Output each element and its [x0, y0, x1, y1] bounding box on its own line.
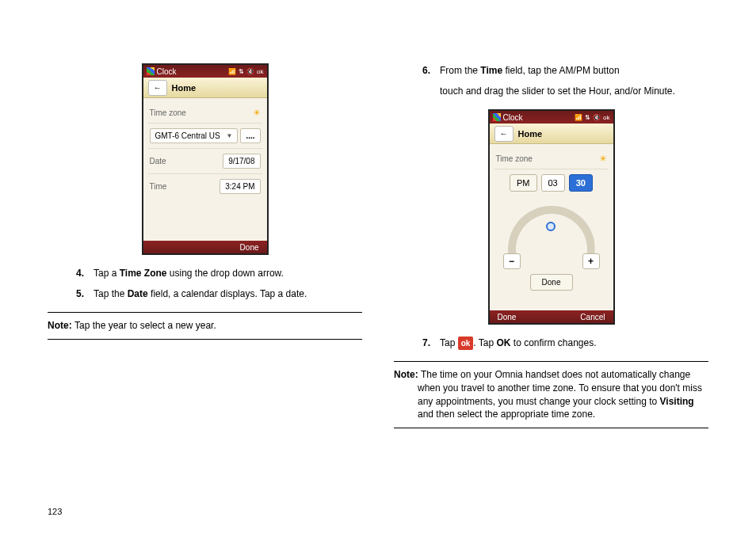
step-text: Tap the Date field, a calendar displays.… — [94, 287, 307, 301]
date-label: Date — [150, 157, 166, 165]
increment-button[interactable]: + — [582, 253, 600, 269]
dial-handle[interactable] — [546, 222, 556, 231]
footer-bar: Done — [143, 241, 267, 253]
signal-icon: 📶 — [575, 114, 582, 121]
step-number: 7. — [418, 336, 430, 350]
step-text: From the Time field, tap the AM/PM butto… — [440, 63, 620, 78]
note-label: Note: — [48, 320, 74, 331]
footer-done-button[interactable]: Done — [240, 243, 259, 251]
sound-icon: 🔇 — [246, 68, 254, 75]
status-bar: Clock 📶 ⇅ 🔇 ok — [490, 111, 613, 124]
time-boxes: PM 03 30 — [494, 174, 609, 192]
phone-screenshot-1: Clock 📶 ⇅ 🔇 ok ← Home Time zone ☀ — [142, 63, 269, 255]
chevron-down-icon: ▼ — [226, 132, 232, 139]
status-title: Clock — [503, 113, 523, 122]
left-column: Clock 📶 ⇅ 🔇 ok ← Home Time zone ☀ — [48, 63, 362, 516]
date-field[interactable]: 9/17/08 — [223, 154, 260, 169]
step-5: 5. Tap the Date field, a calendar displa… — [71, 287, 362, 301]
right-note: Note: The time on your Omnia handset doe… — [394, 361, 708, 428]
footer-bar: Done Cancel — [490, 310, 613, 323]
screenshot-2-container: Clock 📶 ⇅ 🔇 ok ← Home Time zone ☀ — [394, 109, 708, 325]
timezone-label: Time zone — [150, 108, 186, 117]
step-number: 6. — [418, 63, 430, 78]
header-bar: ← Home — [143, 78, 267, 98]
screenshot-1-container: Clock 📶 ⇅ 🔇 ok ← Home Time zone ☀ — [48, 63, 362, 255]
clock-form: Time zone ☀ GMT-6 Central US ▼ .... Date… — [143, 98, 267, 241]
step-number: 5. — [71, 287, 84, 301]
ok-badge-icon: ok — [458, 337, 474, 350]
footer-cancel-button[interactable]: Cancel — [580, 313, 605, 321]
sun-icon: ☀ — [599, 154, 607, 164]
note-label: Note: — [394, 369, 421, 380]
right-steps-top: 6. From the Time field, tap the AM/PM bu… — [418, 63, 708, 98]
note-bold: Visiting — [660, 396, 694, 407]
page-number: 123 — [48, 507, 62, 516]
hour-field[interactable]: 03 — [541, 174, 565, 192]
sync-icon: ⇅ — [239, 68, 244, 75]
back-button[interactable]: ← — [148, 80, 167, 96]
windows-flag-icon — [493, 113, 501, 121]
status-icons: 📶 ⇅ 🔇 ok — [228, 68, 263, 75]
timezone-more-button[interactable]: .... — [240, 128, 260, 143]
ok-icon[interactable]: ok — [257, 68, 263, 75]
sync-icon: ⇅ — [585, 114, 590, 121]
header-title: Home — [518, 129, 543, 139]
right-steps-bottom: 7. Tap ok. Tap OK to confirm changes. — [418, 336, 708, 350]
step-7: 7. Tap ok. Tap OK to confirm changes. — [418, 336, 708, 350]
timezone-label: Time zone — [496, 154, 533, 163]
left-note: Note: Tap the year to select a new year. — [48, 312, 362, 340]
minute-field[interactable]: 30 — [569, 174, 593, 192]
note-text: Tap the year to select a new year. — [74, 320, 216, 331]
time-field[interactable]: 3:24 PM — [220, 179, 260, 194]
timezone-dropdown[interactable]: GMT-6 Central US ▼ — [150, 128, 239, 143]
time-dial[interactable]: − + — [500, 198, 603, 269]
status-icons: 📶 ⇅ 🔇 ok — [575, 114, 609, 121]
timezone-value: GMT-6 Central US — [155, 131, 220, 140]
signal-icon: 📶 — [228, 68, 236, 75]
header-bar: ← Home — [490, 124, 613, 144]
sound-icon: 🔇 — [593, 114, 601, 121]
decrement-button[interactable]: − — [503, 253, 521, 269]
picker-done-button[interactable]: Done — [530, 274, 573, 291]
step-4: 4. Tap a Time Zone using the drop down a… — [71, 266, 362, 280]
step-text: Tap ok. Tap OK to confirm changes. — [440, 336, 597, 350]
step-6: 6. From the Time field, tap the AM/PM bu… — [418, 63, 708, 78]
ok-icon[interactable]: ok — [603, 114, 609, 121]
right-column: 6. From the Time field, tap the AM/PM bu… — [394, 63, 708, 516]
status-title: Clock — [157, 67, 177, 76]
status-bar: Clock 📶 ⇅ 🔇 ok — [143, 65, 267, 78]
step-6-continuation: touch and drag the slider to set the Hou… — [440, 84, 708, 98]
back-button[interactable]: ← — [494, 126, 514, 142]
step-text: Tap a Time Zone using the drop down arro… — [94, 266, 284, 280]
sun-icon: ☀ — [253, 108, 261, 118]
footer-done-button[interactable]: Done — [498, 313, 517, 321]
ampm-button[interactable]: PM — [510, 174, 537, 192]
left-steps: 4. Tap a Time Zone using the drop down a… — [71, 266, 362, 301]
time-picker: Time zone ☀ PM 03 30 − + Done — [490, 144, 613, 310]
windows-flag-icon — [147, 67, 155, 75]
phone-screenshot-2: Clock 📶 ⇅ 🔇 ok ← Home Time zone ☀ — [488, 109, 615, 325]
time-label: Time — [150, 182, 167, 191]
header-title: Home — [172, 83, 197, 93]
note-text-2: and then select the appropriate time zon… — [418, 409, 595, 420]
step-number: 4. — [71, 266, 84, 280]
